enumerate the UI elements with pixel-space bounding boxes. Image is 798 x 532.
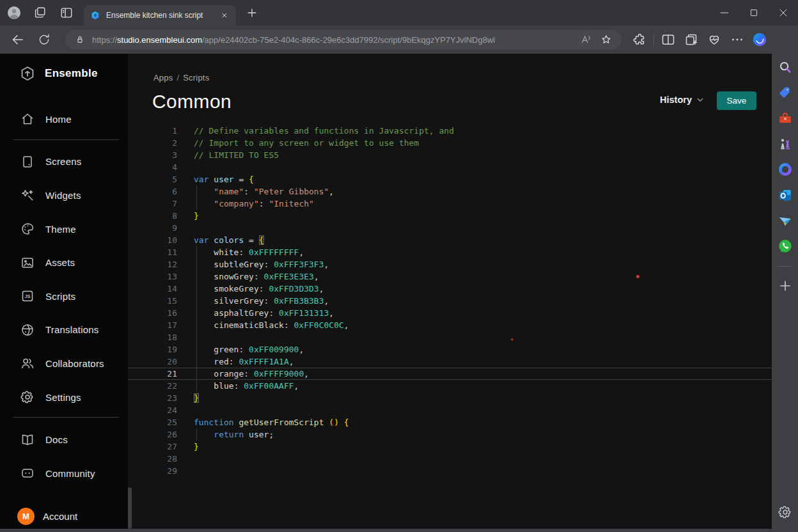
address-bar[interactable]: https://studio.ensembleui.com/app/e24402…	[65, 30, 622, 49]
rail-tools-icon[interactable]	[777, 110, 794, 127]
ensemble-favicon	[90, 10, 100, 20]
code-line[interactable]: 19 green: 0xFF009900,	[128, 343, 772, 356]
rail-customize-button[interactable]	[777, 278, 794, 294]
code-line[interactable]: 23}	[128, 392, 772, 404]
code-line[interactable]: 18	[128, 331, 772, 343]
line-number: 25	[128, 416, 194, 428]
collections-icon[interactable]	[684, 32, 699, 47]
ensemble-logo-icon	[19, 65, 36, 82]
maximize-button[interactable]	[739, 0, 769, 26]
code-line[interactable]: 14 smokeGrey: 0xFFD3D3D3,	[128, 283, 772, 295]
sidebar-item-account[interactable]: M Account	[0, 503, 128, 529]
workspaces-icon[interactable]	[33, 6, 47, 20]
docs-icon	[20, 432, 35, 448]
rail-search-icon[interactable]	[777, 59, 794, 75]
sidebar-item-theme[interactable]: Theme	[0, 212, 128, 246]
code-editor[interactable]: 1// Define variables and functions in Ja…	[128, 125, 772, 477]
code-line[interactable]: 25function getUserFromScript () {	[128, 416, 772, 428]
url-text[interactable]: https://studio.ensembleui.com/app/e24402…	[92, 35, 572, 45]
rail-shopping-icon[interactable]	[777, 84, 794, 101]
sidebar-item-widgets[interactable]: Widgets	[0, 178, 128, 212]
code-line[interactable]: 28	[128, 453, 772, 465]
code-text: red: 0xFFFF1A1A,	[194, 356, 772, 368]
sidebar-item-scripts[interactable]: JSScripts	[0, 279, 128, 313]
code-line[interactable]: 13 snowGrey: 0xFFE3E3E3,	[128, 270, 772, 283]
account-label: Account	[43, 511, 77, 522]
code-line[interactable]: 4	[128, 161, 772, 173]
rail-games-icon[interactable]	[777, 136, 794, 152]
code-line[interactable]: 8}	[128, 210, 772, 222]
minimize-button[interactable]	[710, 0, 739, 26]
code-text: // Define variables and functions in Jav…	[194, 125, 772, 137]
sidebar-item-community[interactable]: Community	[0, 457, 128, 490]
rail-whatsapp-icon[interactable]	[777, 238, 794, 254]
browser-essentials-icon[interactable]	[707, 32, 722, 47]
code-text: white: 0xFFFFFFFF,	[194, 246, 772, 258]
lock-icon[interactable]	[74, 34, 86, 45]
sidebar-item-docs[interactable]: Docs	[0, 423, 128, 457]
maximize-icon	[747, 6, 760, 19]
code-line[interactable]: 9	[128, 222, 772, 234]
code-line[interactable]: 12 subtleGrey: 0xFFF3F3F3,	[128, 258, 772, 270]
code-line[interactable]: 20 red: 0xFFFF1A1A,	[128, 356, 772, 368]
line-number: 9	[128, 222, 194, 234]
code-text: orange: 0xFFFF9000,	[194, 368, 772, 379]
code-line[interactable]: 2// Import to any screen or widget to us…	[128, 137, 772, 149]
history-dropdown[interactable]: History	[660, 95, 705, 105]
code-line[interactable]: 7 "company": "Initech"	[128, 198, 772, 210]
code-line-active[interactable]: 21 orange: 0xFFFF9000,	[128, 368, 772, 380]
sidebar-item-settings[interactable]: Settings	[0, 380, 128, 414]
extensions-icon[interactable]	[632, 32, 647, 47]
sidebar-item-collaborators[interactable]: Collaborators	[0, 347, 128, 380]
code-line[interactable]: 26 return user;	[128, 428, 772, 441]
rail-outlook-icon[interactable]	[777, 187, 794, 203]
rail-settings-gear-icon[interactable]	[778, 505, 793, 520]
line-number: 27	[128, 441, 194, 453]
browser-tab[interactable]: Ensemble kitchen sink script	[84, 5, 236, 26]
browser-toolbar: https://studio.ensembleui.com/app/e24402…	[0, 26, 798, 54]
more-menu-icon[interactable]	[730, 32, 745, 47]
rail-microsoft-365-icon[interactable]	[777, 161, 794, 178]
code-line[interactable]: 22 blue: 0xFF00AAFF,	[128, 380, 772, 392]
sidebar-item-home[interactable]: Home	[0, 102, 128, 136]
close-button[interactable]	[769, 0, 798, 26]
theme-icon	[20, 221, 35, 237]
read-aloud-icon[interactable]	[579, 33, 592, 46]
code-line[interactable]: 10var colors = {	[128, 234, 772, 246]
code-line[interactable]: 5var user = {	[128, 173, 772, 185]
brand[interactable]: Ensemble	[0, 54, 128, 93]
code-line[interactable]: 16 asphaltGrey: 0xFF131313,	[128, 307, 772, 319]
breadcrumb-apps[interactable]: Apps	[153, 73, 173, 82]
back-button[interactable]	[10, 32, 26, 47]
code-line[interactable]: 1// Define variables and functions in Ja…	[128, 125, 772, 137]
refresh-button[interactable]	[37, 33, 51, 47]
breadcrumb-scripts[interactable]: Scripts	[183, 73, 209, 82]
copilot-icon[interactable]	[751, 31, 768, 48]
tab-close-icon[interactable]	[219, 10, 230, 20]
rail-divider	[778, 266, 792, 267]
code-line[interactable]: 29	[128, 465, 772, 477]
profile-avatar[interactable]	[6, 5, 22, 20]
new-tab-button[interactable]	[245, 6, 259, 20]
save-button[interactable]: Save	[717, 91, 756, 110]
sidebar-scrollbar-thumb[interactable]	[128, 487, 132, 529]
sidebar-item-assets[interactable]: Assets	[0, 246, 128, 279]
favorite-star-icon[interactable]	[600, 33, 613, 46]
code-text	[194, 465, 772, 477]
sidebar-item-translations[interactable]: Translations	[0, 313, 128, 347]
code-line[interactable]: 24	[128, 404, 772, 416]
code-line[interactable]: 27}	[128, 441, 772, 453]
line-number: 6	[128, 185, 194, 198]
code-line[interactable]: 3// LIMITED TO ES5	[128, 149, 772, 161]
sidebar-item-screens[interactable]: Screens	[0, 145, 128, 179]
assets-icon	[20, 255, 35, 270]
code-line[interactable]: 6 "name": "Peter Gibbons",	[128, 185, 772, 198]
code-text: asphaltGrey: 0xFF131313,	[194, 307, 772, 319]
split-screen-icon[interactable]	[661, 32, 676, 47]
tab-actions-icon[interactable]	[59, 6, 74, 20]
rail-drop-icon[interactable]	[777, 212, 794, 229]
code-line[interactable]: 17 cinematicBlack: 0xFF0C0C0C,	[128, 319, 772, 331]
sidebar-divider	[13, 417, 119, 418]
code-line[interactable]: 15 silverGrey: 0xFFB3B3B3,	[128, 295, 772, 307]
code-line[interactable]: 11 white: 0xFFFFFFFF,	[128, 246, 772, 258]
